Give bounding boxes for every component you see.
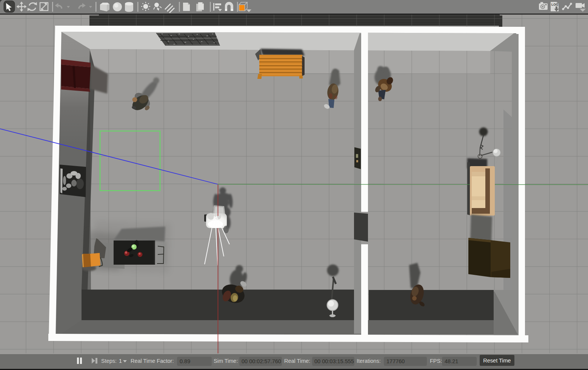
svg-text:00 00:02:57.760: 00 00:02:57.760: [242, 358, 281, 364]
svg-text:Reset Time: Reset Time: [483, 358, 511, 364]
svg-text:00 00:03:15.555: 00 00:03:15.555: [314, 358, 354, 364]
svg-text:Iterations:: Iterations:: [357, 358, 381, 364]
svg-text:48.21: 48.21: [445, 358, 458, 364]
svg-text:Sim Time:: Sim Time:: [214, 358, 238, 364]
svg-text:Real Time:: Real Time:: [284, 358, 310, 364]
svg-text:1: 1: [119, 358, 122, 364]
svg-text:Real Time Factor:: Real Time Factor:: [131, 358, 174, 364]
svg-text:Steps:: Steps:: [101, 358, 117, 364]
svg-text:FPS:: FPS:: [430, 358, 442, 364]
svg-text:LOG: LOG: [551, 3, 559, 6]
svg-text:0.89: 0.89: [180, 358, 190, 364]
svg-text:177760: 177760: [386, 358, 405, 364]
